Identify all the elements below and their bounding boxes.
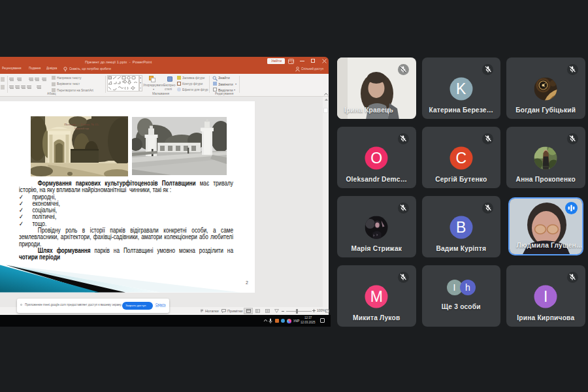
svg-text:Городской садъ: Городской садъ xyxy=(74,127,89,130)
svg-text:Полтава — Рёвны. № 15.: Полтава — Рёвны. № 15. xyxy=(64,123,99,126)
